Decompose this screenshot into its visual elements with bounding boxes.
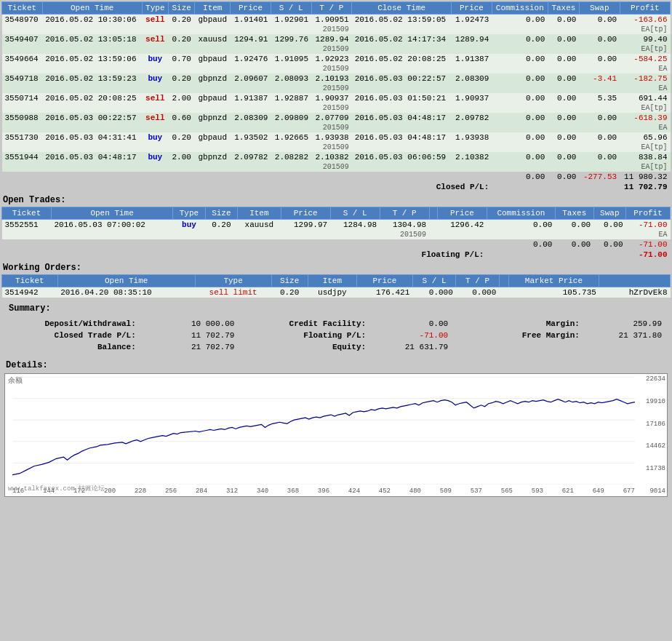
summary-header: Summary: (7, 300, 665, 315)
deposit-value: 10 000.00 (139, 318, 238, 330)
col-close-price: Price (452, 2, 492, 15)
floating-pl-summary: -71.00 (369, 330, 451, 341)
equity-value: 21 631.79 (369, 341, 451, 353)
main-container: Ticket Open Time Type Size Item Price S … (0, 0, 672, 501)
ot-col-close-price: Price (437, 207, 487, 220)
total-taxes: 0.00 (548, 172, 579, 182)
closed-totals-row: 0.00 0.00 -277.53 11 980.32 (2, 172, 671, 182)
total-profit: 11 980.32 (620, 172, 670, 182)
ot-col-profit: Profit (625, 207, 670, 220)
table-row: 201509 EA[tp] (2, 162, 671, 172)
col-ticket: Ticket (2, 2, 43, 15)
col-commission: Commission (492, 2, 548, 15)
ot-total-commission: 0.00 (487, 239, 555, 250)
wo-col-ticket: Ticket (2, 275, 58, 287)
ot-col-size: Size (205, 207, 237, 220)
total-swap: -277.53 (579, 172, 620, 182)
details-header: Details: (4, 357, 668, 372)
table-row: 3549718 2016.05.02 13:59:23 buy 0.20 gbp… (2, 73, 671, 84)
closed-pl-row: Closed P/L: 11 702.79 (2, 182, 671, 192)
wo-col-market-price: Market Price (508, 275, 599, 287)
col-type: Type (142, 2, 168, 15)
y-label-2: 19910 (636, 398, 665, 405)
ot-col-tp: T / P (380, 207, 429, 220)
col-item: Item (195, 2, 231, 15)
table-row: 201509 EA[tp] (2, 44, 671, 54)
summary-row-1: Deposit/Withdrawal: 10 000.00 Credit Fac… (7, 318, 665, 330)
y-label-6: 9014 (636, 487, 665, 495)
col-profit: Profit (620, 2, 670, 15)
credit-value: 0.00 (369, 318, 451, 330)
ot-col-price: Price (281, 207, 330, 220)
ot-col-swap: Swap (593, 207, 625, 220)
ot-col-commission: Commission (487, 207, 555, 220)
table-row: 3550714 2016.05.02 20:08:25 sell 2.00 gb… (2, 93, 671, 103)
table-row: 201509 EA (2, 123, 671, 132)
table-row: 3551944 2016.05.03 04:48:17 buy 2.00 gbp… (2, 152, 671, 162)
table-row: 201509 EA[tp] (2, 103, 671, 113)
credit-label: Credit Facility: (271, 318, 369, 330)
wo-col-item: Item (308, 275, 356, 287)
wo-col-price: Price (357, 275, 413, 287)
wo-col-empty (499, 275, 508, 287)
chart-x-axis: 116 144 172 200 228 256 284 312 340 368 … (12, 487, 635, 495)
ot-col-sl: S / L (330, 207, 380, 220)
summary-section: Summary: Deposit/Withdrawal: 10 000.00 C… (1, 298, 671, 356)
floating-pl-label: Floating P/L: (271, 330, 369, 341)
table-row: 3548970 2016.05.02 10:30:06 sell 0.20 gb… (2, 15, 671, 25)
watermark: www.talkfarex.com 结账论坛 (8, 484, 105, 493)
col-swap: Swap (579, 2, 620, 15)
balance-label: Balance: (7, 341, 139, 353)
ot-total-swap: 0.00 (593, 239, 625, 250)
table-row: 3549664 2016.05.02 13:59:06 buy 0.70 gbp… (2, 54, 671, 64)
deposit-label: Deposit/Withdrawal: (7, 318, 139, 330)
total-commission: 0.00 (492, 172, 548, 182)
table-row: 3552551 2016.05.03 07:00:02 buy 0.20 xau… (2, 220, 671, 231)
col-taxes: Taxes (548, 2, 579, 15)
free-margin-label: Free Margin: (484, 330, 583, 341)
chart-y-axis: 22634 19910 17186 14462 11738 9014 (636, 374, 665, 496)
summary-row-3: Balance: 21 702.79 Equity: 21 631.79 (7, 341, 665, 353)
open-totals-row: 0.00 0.00 0.00 -71.00 (2, 239, 671, 250)
working-orders-table: Ticket Open Time Type Size Item Price S … (1, 274, 671, 298)
closed-pl-summary: 11 702.79 (139, 330, 238, 341)
table-row: 3551730 2016.05.03 04:31:41 buy 0.20 gbp… (2, 132, 671, 143)
table-row: 3550988 2016.05.03 00:22:57 sell 0.60 gb… (2, 113, 671, 123)
chart-container: 余额 22634 19910 17186 14462 11738 9014 (4, 373, 668, 497)
wo-col-tp: T / P (456, 275, 499, 287)
table-row: 3514942 2016.04.20 08:35:10 sell limit 0… (2, 287, 671, 298)
free-margin-value: 21 371.80 (583, 330, 665, 341)
floating-pl-row: Floating P/L: -71.00 (2, 250, 671, 260)
table-row: 201509 EA (2, 84, 671, 93)
ot-total-profit: -71.00 (625, 239, 670, 250)
ot-col-empty (429, 207, 437, 220)
col-tp: T / P (311, 2, 352, 15)
ot-col-type: Type (173, 207, 205, 220)
y-label-4: 14462 (636, 442, 665, 450)
floating-pl-value: -71.00 (487, 250, 670, 260)
wo-col-open-time: Open Time (57, 275, 195, 287)
table-row: 201509 EA (2, 230, 671, 239)
y-label-5: 11738 (636, 465, 665, 472)
ot-col-item: Item (238, 207, 281, 220)
balance-value: 21 702.79 (139, 341, 238, 353)
margin-value: 259.99 (583, 318, 665, 330)
closed-pl-label: Closed Trade P/L: (7, 330, 139, 341)
table-row: 3549407 2016.05.02 13:05:18 sell 0.20 xa… (2, 34, 671, 44)
closed-trades-table: Ticket Open Time Type Size Item Price S … (1, 1, 671, 192)
col-close-time: Close Time (352, 2, 452, 15)
ot-total-taxes: 0.00 (555, 239, 593, 250)
details-section: Details: 余额 22634 19910 17186 14462 1173… (1, 356, 671, 500)
y-label-1: 22634 (636, 375, 665, 383)
equity-label: Equity: (271, 341, 369, 353)
wo-col-size: Size (271, 275, 308, 287)
table-row: 201509 EA[tp] (2, 143, 671, 152)
open-trades-header: Open Trades: (1, 192, 671, 207)
ot-col-taxes: Taxes (555, 207, 593, 220)
y-label-3: 17186 (636, 421, 665, 428)
open-trades-table: Ticket Open Time Type Size Item Price S … (1, 207, 671, 260)
col-price: Price (231, 2, 271, 15)
col-size: Size (168, 2, 194, 15)
col-sl: S / L (271, 2, 311, 15)
col-open-time: Open Time (42, 2, 142, 15)
